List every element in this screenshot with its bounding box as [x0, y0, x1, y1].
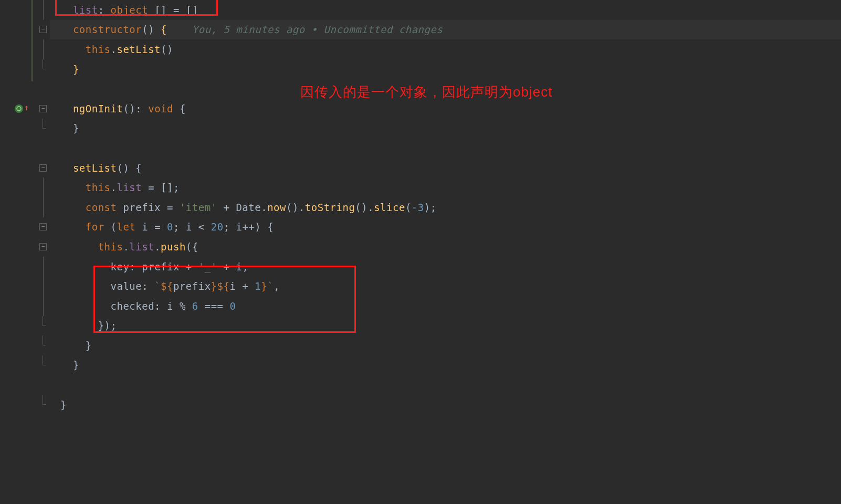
code-line[interactable]: this.setList() — [0, 39, 841, 59]
code-line-blank[interactable] — [0, 79, 841, 99]
token-method: slice — [374, 202, 405, 213]
code-line[interactable]: ↑ ngOnInit(): void { — [0, 99, 841, 119]
token-identifier: prefix — [142, 261, 180, 272]
token-template: } — [211, 280, 217, 292]
token-operator: % — [180, 300, 186, 312]
token-number: 6 — [192, 300, 198, 312]
code-line[interactable]: const prefix = 'item' + Date.now().toStr… — [0, 197, 841, 217]
code-line[interactable]: constructor() { You, 5 minutes ago • Unc… — [0, 20, 841, 40]
token-parens: () — [355, 202, 367, 213]
fold-end-icon — [39, 316, 47, 335]
fold-line-icon — [43, 0, 44, 20]
token-void: void — [148, 103, 173, 114]
token-this: this — [98, 241, 123, 253]
token-operator: = — [154, 221, 161, 233]
token-method: setList — [73, 162, 117, 174]
token-operator: < — [198, 221, 205, 233]
code-line[interactable]: } — [0, 335, 841, 355]
token-comma: , — [274, 280, 280, 292]
code-line[interactable]: }); — [0, 316, 841, 336]
fold-toggle-icon[interactable] — [39, 26, 47, 33]
token-method: now — [267, 202, 286, 213]
token-comma: , — [242, 261, 248, 272]
token-keyword: for — [86, 221, 104, 233]
token-operator: + — [224, 202, 230, 213]
code-line[interactable]: for (let i = 0; i < 20; i++) { — [0, 217, 841, 237]
code-line[interactable]: list: object [] = [] — [0, 0, 841, 20]
token-number: 20 — [211, 221, 224, 233]
token-increment: i++ — [236, 221, 255, 233]
token-brace: } — [73, 122, 79, 134]
code-line[interactable]: } — [0, 395, 841, 415]
token-backtick: ` — [154, 280, 161, 292]
override-gutter-icon[interactable] — [15, 104, 23, 113]
token-string: 'item' — [180, 202, 217, 213]
code-line-blank[interactable] — [0, 138, 841, 158]
token-open: ({ — [186, 241, 198, 253]
token-identifier: i — [167, 300, 173, 312]
token-parens: () — [286, 202, 299, 213]
fold-end-icon — [39, 355, 47, 375]
token-operator: === — [205, 300, 224, 312]
code-line[interactable]: value: `${prefix}${i + 1}`, — [0, 276, 841, 296]
token-key: checked — [111, 300, 155, 312]
token-property: list — [73, 4, 98, 16]
token-dot: . — [111, 44, 117, 55]
fold-line-icon — [43, 257, 44, 277]
git-blame-annotation: You, 5 minutes ago • Uncommitted changes — [192, 24, 443, 35]
token-number: 0 — [167, 221, 173, 233]
token-identifier: i — [236, 261, 242, 272]
fold-toggle-icon[interactable] — [39, 223, 47, 230]
token-identifier: prefix — [173, 280, 211, 292]
code-line[interactable]: } — [0, 355, 841, 375]
token-key: value — [111, 280, 142, 292]
token-key: key — [111, 261, 130, 272]
fold-toggle-icon[interactable] — [39, 105, 47, 112]
code-line[interactable]: this.list.push({ — [0, 237, 841, 257]
token-property: list — [117, 182, 142, 193]
token-string: '_' — [198, 261, 217, 272]
token-close: }); — [98, 320, 117, 331]
code-line[interactable]: } — [0, 119, 841, 139]
fold-toggle-icon[interactable] — [39, 243, 47, 250]
token-number: 1 — [255, 280, 261, 292]
token-colon: : — [142, 280, 148, 292]
token-operator: = — [148, 182, 154, 193]
code-line[interactable]: key: prefix + '_' + i, — [0, 257, 841, 277]
fold-end-icon — [39, 59, 47, 79]
code-line[interactable]: setList() { — [0, 158, 841, 178]
fold-line-icon — [43, 296, 44, 316]
token-brace: { — [161, 24, 167, 35]
token-colon: : — [129, 261, 135, 272]
code-line[interactable]: checked: i % 6 === 0 — [0, 296, 841, 316]
code-line[interactable]: this.list = []; — [0, 177, 841, 197]
token-method: ngOnInit — [73, 103, 123, 114]
token-brace: { — [135, 162, 142, 174]
token-semi: ; — [430, 202, 437, 213]
code-line-blank[interactable] — [0, 375, 841, 395]
code-editor[interactable]: list: object [] = [] constructor() { You… — [0, 0, 841, 504]
token-number: 0 — [230, 300, 236, 312]
token-template: ${ — [217, 280, 230, 292]
fold-line-icon — [43, 177, 44, 197]
token-brace: } — [60, 399, 67, 411]
token-constructor: constructor — [73, 24, 142, 35]
token-identifier: i — [229, 280, 236, 292]
fold-line-icon — [43, 39, 44, 59]
code-line[interactable]: } — [0, 59, 841, 79]
token-operator: + — [242, 280, 248, 292]
fold-toggle-icon[interactable] — [39, 164, 47, 172]
token-identifier: prefix — [123, 202, 161, 213]
token-parens: () — [142, 24, 154, 35]
token-method: setList — [117, 44, 161, 55]
token-brace: { — [267, 221, 274, 233]
token-operator: = — [167, 202, 173, 213]
up-arrow-icon: ↑ — [24, 103, 29, 112]
token-value: [] — [186, 4, 198, 16]
token-operator: = — [173, 4, 180, 16]
fold-end-icon — [39, 119, 47, 138]
token-backtick: ` — [267, 280, 274, 292]
token-colon: : — [154, 300, 161, 312]
token-property: list — [129, 241, 154, 253]
svg-point-0 — [17, 107, 21, 111]
